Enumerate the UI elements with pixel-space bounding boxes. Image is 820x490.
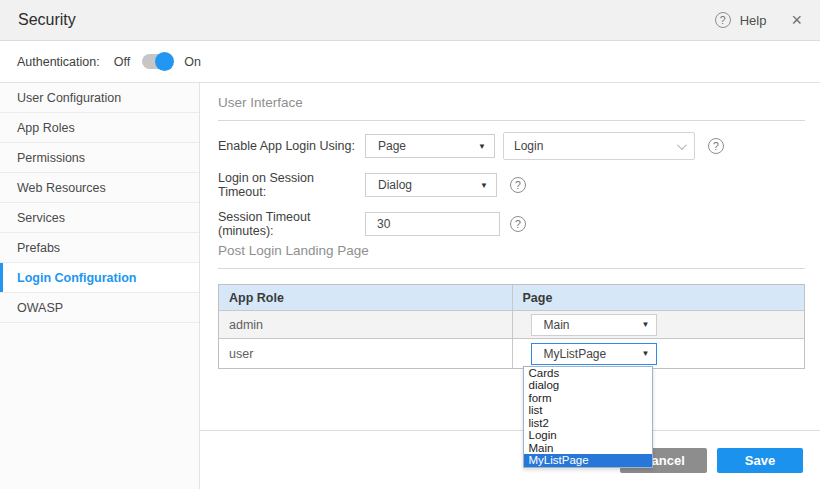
login-configuration-panel: User Interface Enable App Login Using: P… — [200, 83, 820, 489]
post-login-table: App Role Page admin Main ▼ user — [218, 284, 805, 369]
page-dropdown-list: Cards dialog form list list2 Login Main … — [523, 366, 653, 468]
save-button[interactable]: Save — [717, 448, 803, 473]
sidebar-item-permissions[interactable]: Permissions — [0, 143, 199, 173]
session-timeout-login-label: Login on Session Timeout: — [218, 171, 365, 199]
sidebar-item-app-roles[interactable]: App Roles — [0, 113, 199, 143]
user-interface-section-title: User Interface — [218, 95, 303, 110]
session-timeout-minutes-label: Session Timeout (minutes): — [218, 210, 365, 238]
select-arrow-icon: ▼ — [478, 142, 486, 151]
toggle-knob — [155, 52, 174, 71]
page-title: Security — [18, 11, 76, 29]
select-arrow-icon: ▼ — [480, 181, 488, 190]
dropdown-option-cards[interactable]: Cards — [524, 367, 652, 380]
toggle-off-label: Off — [114, 55, 130, 69]
settings-sidebar: User Configuration App Roles Permissions… — [0, 83, 200, 489]
post-login-section-title: Post Login Landing Page — [218, 243, 369, 258]
help-icon[interactable]: ? — [715, 12, 731, 28]
app-role-cell: admin — [219, 311, 512, 338]
dropdown-option-main[interactable]: Main — [524, 442, 652, 455]
toggle-on-label: On — [184, 55, 201, 69]
enable-app-login-help-icon[interactable]: ? — [708, 138, 724, 154]
dropdown-option-login[interactable]: Login — [524, 429, 652, 442]
dropdown-option-form[interactable]: form — [524, 392, 652, 405]
help-link[interactable]: Help — [740, 13, 767, 28]
security-dialog: Security ? Help × Authentication: Off On… — [0, 0, 820, 490]
table-row: user MyListPage ▼ Cards dialog form — [219, 339, 804, 369]
authentication-bar: Authentication: Off On — [0, 41, 820, 83]
login-page-combobox[interactable]: Login — [503, 132, 695, 160]
session-timeout-login-help-icon[interactable]: ? — [510, 177, 526, 193]
section-divider — [218, 268, 805, 269]
sidebar-item-web-resources[interactable]: Web Resources — [0, 173, 199, 203]
column-header-page: Page — [512, 285, 805, 310]
session-timeout-help-icon[interactable]: ? — [510, 216, 526, 232]
authentication-toggle[interactable] — [142, 54, 172, 69]
dropdown-option-list[interactable]: list — [524, 404, 652, 417]
column-header-app-role: App Role — [219, 285, 512, 310]
session-timeout-login-select[interactable]: Dialog ▼ — [365, 173, 497, 197]
app-role-cell: user — [219, 339, 512, 368]
sidebar-item-services[interactable]: Services — [0, 203, 199, 233]
admin-page-select[interactable]: Main ▼ — [531, 314, 657, 336]
table-header-row: App Role Page — [219, 285, 804, 311]
session-timeout-input[interactable] — [365, 212, 500, 236]
table-row: admin Main ▼ — [219, 311, 804, 339]
user-page-select[interactable]: MyListPage ▼ — [531, 343, 657, 365]
close-icon[interactable]: × — [791, 11, 802, 29]
footer-divider — [200, 430, 820, 431]
dropdown-option-dialog[interactable]: dialog — [524, 379, 652, 392]
titlebar: Security ? Help × — [0, 0, 820, 41]
dropdown-option-list2[interactable]: list2 — [524, 417, 652, 430]
login-type-select[interactable]: Page ▼ — [365, 134, 495, 158]
chevron-down-icon — [677, 140, 687, 150]
authentication-label: Authentication: — [17, 55, 100, 69]
enable-app-login-label: Enable App Login Using: — [218, 139, 365, 153]
dropdown-option-mylistpage[interactable]: MyListPage — [524, 454, 652, 467]
select-arrow-icon: ▼ — [642, 320, 650, 329]
sidebar-item-login-configuration[interactable]: Login Configuration — [0, 263, 199, 293]
sidebar-item-user-configuration[interactable]: User Configuration — [0, 83, 199, 113]
sidebar-item-prefabs[interactable]: Prefabs — [0, 233, 199, 263]
select-arrow-icon: ▼ — [642, 349, 650, 358]
section-divider — [218, 120, 805, 121]
sidebar-item-owasp[interactable]: OWASP — [0, 293, 199, 323]
